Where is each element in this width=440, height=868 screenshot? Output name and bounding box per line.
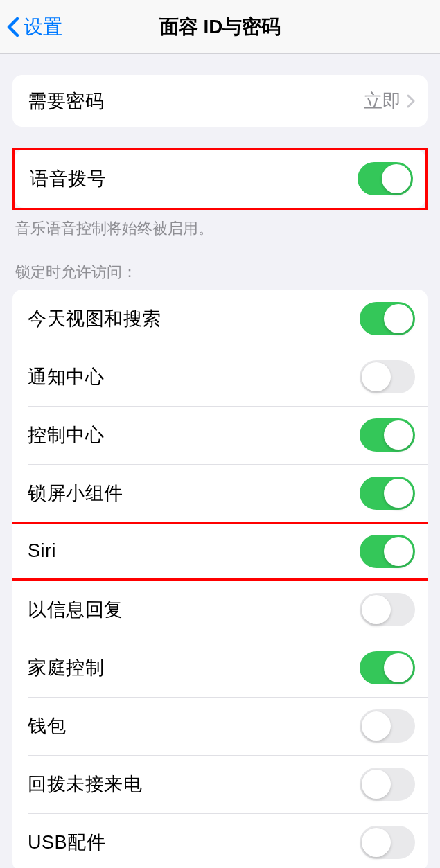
locked-access-row: 控制中心 (12, 406, 428, 464)
locked-access-row: 家庭控制 (12, 639, 428, 697)
locked-access-row: 通知中心 (12, 348, 428, 406)
locked-access-toggle[interactable] (360, 826, 415, 859)
locked-access-row: 以信息回复 (12, 581, 428, 639)
locked-access-label: 家庭控制 (28, 655, 104, 680)
locked-access-label: 控制中心 (28, 423, 104, 448)
locked-access-row: 钱包 (12, 697, 428, 755)
back-button[interactable]: 设置 (0, 14, 62, 40)
locked-access-label: 通知中心 (28, 364, 104, 389)
locked-access-row: 锁屏小组件 (12, 464, 428, 522)
content: 需要密码 立即 语音拨号 音乐语音控制将始终被启用。 锁定时允许访问： 今天视图… (0, 75, 440, 868)
locked-access-toggle[interactable] (360, 593, 415, 626)
locked-access-row: 今天视图和搜索 (12, 290, 428, 348)
locked-access-toggle[interactable] (360, 418, 415, 452)
voice-dial-toggle[interactable] (358, 162, 413, 195)
locked-access-label: 钱包 (28, 714, 66, 738)
locked-access-toggle[interactable] (360, 477, 415, 510)
voice-dial-label: 语音拨号 (30, 166, 106, 191)
locked-access-label: 以信息回复 (28, 597, 123, 622)
locked-access-label: 今天视图和搜索 (28, 306, 161, 331)
require-passcode-row[interactable]: 需要密码 立即 (12, 75, 428, 127)
back-label: 设置 (24, 14, 62, 40)
locked-access-section: 今天视图和搜索通知中心控制中心锁屏小组件Siri以信息回复家庭控制钱包回拨未接来… (12, 290, 428, 868)
page-title: 面容 ID与密码 (159, 14, 281, 40)
locked-access-header: 锁定时允许访问： (0, 262, 440, 290)
locked-access-row: USB配件 (12, 813, 428, 868)
chevron-left-icon (7, 17, 19, 37)
locked-access-toggle[interactable] (360, 360, 415, 393)
locked-access-toggle[interactable] (360, 709, 415, 743)
locked-access-row: 回拨未接来电 (12, 755, 428, 813)
voice-dial-highlight: 语音拨号 (12, 148, 428, 210)
locked-access-label: 锁屏小组件 (28, 481, 123, 506)
locked-access-row: Siri (12, 522, 428, 581)
locked-access-toggle[interactable] (360, 651, 415, 684)
nav-header: 设置 面容 ID与密码 (0, 0, 440, 54)
locked-access-toggle[interactable] (360, 768, 415, 801)
voice-dial-row: 语音拨号 (15, 150, 425, 208)
require-passcode-label: 需要密码 (28, 89, 104, 114)
locked-access-label: Siri (28, 540, 56, 562)
locked-access-label: USB配件 (28, 830, 105, 855)
voice-dial-footer: 音乐语音控制将始终被启用。 (0, 210, 440, 240)
chevron-right-icon (407, 94, 415, 108)
locked-access-toggle[interactable] (360, 535, 415, 568)
require-passcode-section: 需要密码 立即 (12, 75, 428, 127)
require-passcode-value: 立即 (364, 89, 401, 114)
locked-access-toggle[interactable] (360, 302, 415, 335)
locked-access-label: 回拨未接来电 (28, 772, 142, 797)
